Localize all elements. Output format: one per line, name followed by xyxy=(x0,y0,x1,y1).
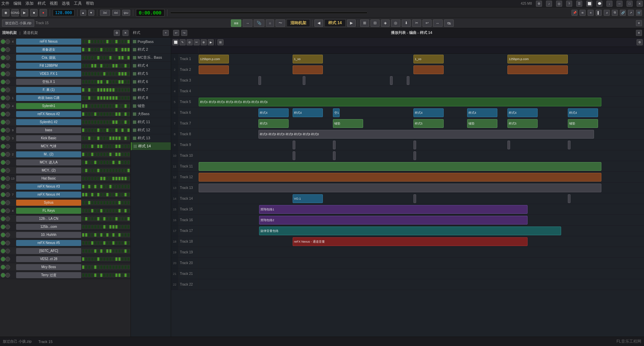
channel-pad[interactable] xyxy=(109,96,112,100)
channel-pad[interactable] xyxy=(103,193,106,197)
channel-power-btn[interactable] xyxy=(5,249,10,253)
channel-pad[interactable] xyxy=(82,201,85,205)
channel-pad[interactable] xyxy=(124,128,127,132)
channel-pad[interactable] xyxy=(112,185,115,189)
channel-pad[interactable] xyxy=(103,128,106,132)
channel-pad[interactable] xyxy=(103,209,106,213)
channel-pad[interactable] xyxy=(94,104,97,108)
channel-pad[interactable] xyxy=(91,249,94,253)
channel-pad[interactable] xyxy=(82,112,85,116)
channel-pad[interactable] xyxy=(121,193,124,197)
channel-pad[interactable] xyxy=(121,144,124,148)
channel-pad[interactable] xyxy=(91,72,94,76)
channel-pad[interactable] xyxy=(82,80,85,84)
channel-power-btn[interactable] xyxy=(5,160,10,165)
spectrum-icon[interactable]: ▌ xyxy=(596,10,602,16)
channel-pad[interactable] xyxy=(124,273,127,277)
channel-pad[interactable] xyxy=(106,185,109,189)
channel-name-btn[interactable]: Sylenth1 #2 xyxy=(16,119,81,125)
channel-pad[interactable] xyxy=(109,72,112,76)
channel-pad[interactable] xyxy=(97,64,100,68)
track-lane[interactable]: 样式8 样式8 样式8 样式8 样式8 样式8 样式8 xyxy=(199,129,644,139)
channel-power-btn[interactable] xyxy=(5,128,10,133)
channel-pad[interactable] xyxy=(127,112,130,116)
knob-btn[interactable]: ○ xyxy=(266,19,274,27)
channel-pad[interactable] xyxy=(121,88,124,92)
channel-pad[interactable] xyxy=(85,96,88,100)
browser-icon[interactable]: ☰ xyxy=(576,1,582,7)
channel-pad[interactable] xyxy=(121,72,124,76)
channel-pad[interactable] xyxy=(121,241,124,245)
cut-btn[interactable]: ✂ xyxy=(412,19,421,27)
channel-pad[interactable] xyxy=(103,96,106,100)
menu-options[interactable]: 选项 xyxy=(62,1,70,6)
channel-pad[interactable] xyxy=(112,177,115,181)
menu-style[interactable]: 样式 xyxy=(38,1,46,6)
track-lane[interactable] xyxy=(199,183,644,193)
channel-pad[interactable] xyxy=(109,120,112,124)
track-lane[interactable]: 滑翔包络2 xyxy=(199,215,644,225)
channel-pad[interactable] xyxy=(100,160,103,164)
channel-pad[interactable] xyxy=(103,48,106,52)
channel-pad[interactable] xyxy=(100,217,103,221)
channel-pad[interactable] xyxy=(94,48,97,52)
channel-pad[interactable] xyxy=(88,257,91,261)
channel-pad[interactable] xyxy=(124,168,127,172)
channel-pad[interactable] xyxy=(100,56,103,60)
channel-power-btn[interactable] xyxy=(5,208,10,213)
channel-pad[interactable] xyxy=(112,209,115,213)
pl-select-icon[interactable]: ⬜ xyxy=(172,39,179,45)
pl-settings-icon[interactable]: ⚙ xyxy=(637,39,643,45)
song-mode-btn[interactable]: SONG xyxy=(11,9,19,16)
channel-pad[interactable] xyxy=(127,64,130,68)
channel-power-btn[interactable] xyxy=(5,176,10,181)
channel-pad[interactable] xyxy=(127,257,130,261)
channel-pad[interactable] xyxy=(94,185,97,189)
channel-pad[interactable] xyxy=(94,112,97,116)
channel-pad[interactable] xyxy=(82,72,85,76)
channel-pad[interactable] xyxy=(112,80,115,84)
channel-pad[interactable] xyxy=(112,273,115,277)
track-clip[interactable] xyxy=(568,194,571,203)
track-lane[interactable] xyxy=(199,86,644,96)
channel-pad[interactable] xyxy=(127,217,130,221)
channel-pad[interactable] xyxy=(85,257,88,261)
channel-pad[interactable] xyxy=(88,144,91,148)
track-clip[interactable]: 样式5 xyxy=(507,119,538,128)
channel-name-btn[interactable]: reFX Nexus #2 xyxy=(16,111,81,117)
track-clip[interactable] xyxy=(507,141,510,149)
channel-pad[interactable] xyxy=(85,168,88,172)
channel-pad[interactable] xyxy=(103,265,106,269)
channel-name-btn[interactable]: MCY. 进入A xyxy=(16,159,81,165)
channel-pad[interactable] xyxy=(82,88,85,92)
channel-pad[interactable] xyxy=(115,201,118,205)
channel-pad[interactable] xyxy=(97,177,100,181)
channel-name-btn[interactable]: 128-.. LA CN xyxy=(16,216,81,222)
channel-pad[interactable] xyxy=(127,96,130,100)
channel-power-btn[interactable] xyxy=(5,120,10,125)
channel-pad[interactable] xyxy=(97,144,100,148)
channel-pad[interactable] xyxy=(85,185,88,189)
channel-active-btn[interactable] xyxy=(1,47,5,52)
channel-pad[interactable] xyxy=(94,209,97,213)
channel-pad[interactable] xyxy=(115,257,118,261)
channel-power-btn[interactable] xyxy=(5,96,10,100)
channel-pad[interactable] xyxy=(109,104,112,108)
channel-pad[interactable] xyxy=(91,233,94,237)
channel-pad[interactable] xyxy=(127,265,130,269)
track-lane[interactable] xyxy=(199,140,644,150)
track-clip[interactable] xyxy=(568,141,571,149)
track-clip[interactable]: reFX Nexus - 通道音量 xyxy=(293,237,528,246)
channel-pad[interactable] xyxy=(100,72,103,76)
channel-pad[interactable] xyxy=(127,225,130,229)
channel-active-btn[interactable] xyxy=(1,257,5,261)
channel-pad[interactable] xyxy=(115,185,118,189)
channel-pad[interactable] xyxy=(97,168,100,172)
channel-pad[interactable] xyxy=(88,225,91,229)
channel-pad[interactable] xyxy=(109,177,112,181)
channel-pad[interactable] xyxy=(85,136,88,140)
channel-pad[interactable] xyxy=(127,177,130,181)
channel-pad[interactable] xyxy=(118,160,121,164)
channel-pad[interactable] xyxy=(85,104,88,108)
tempo-down-btn[interactable]: ▼ xyxy=(88,10,94,16)
